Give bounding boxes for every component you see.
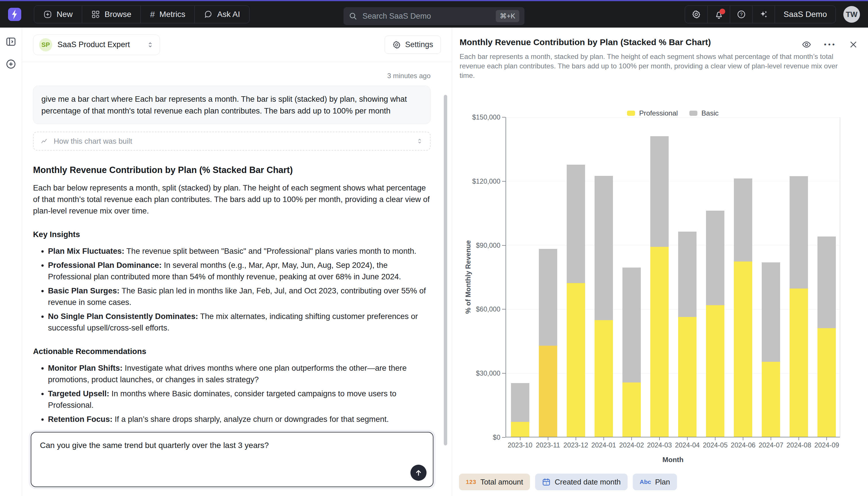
ai-sparkles-button[interactable] (752, 6, 775, 23)
field-tags: 123Total amount1Created date monthAbcPla… (459, 474, 677, 490)
article-intro: Each bar below represents a month, split… (33, 182, 431, 217)
bar-segment-professional-2024-07[interactable] (762, 362, 780, 437)
legend-item-professional[interactable]: Professional (627, 109, 678, 117)
tag-total-amount[interactable]: 123Total amount (459, 474, 530, 490)
bar-segment-professional-2023-10[interactable] (511, 422, 529, 437)
gridline (506, 117, 840, 118)
tag-label: Created date month (554, 478, 621, 486)
recommendation-item-lead: Retention Focus: (48, 415, 113, 423)
how-chart-built-label: How this chart was built (54, 137, 132, 146)
global-search-input[interactable]: Search SaaS Demo ⌘+K (343, 7, 525, 25)
bar-segment-professional-2024-06[interactable] (734, 262, 752, 437)
bar-segment-basic-2024-04[interactable] (678, 232, 696, 317)
legend-item-basic[interactable]: Basic (689, 109, 719, 117)
recommendation-item: Monitor Plan Shifts: Investigate what dr… (48, 362, 431, 385)
y-tick (502, 309, 505, 310)
bar-segment-basic-2024-08[interactable] (790, 176, 808, 289)
bar-segment-basic-2024-09[interactable] (817, 236, 836, 328)
x-tick (687, 437, 688, 440)
search-placeholder: Search SaaS Demo (363, 12, 491, 21)
notifications-button[interactable] (707, 6, 730, 23)
chat-scroll-area[interactable]: 3 minutes ago give me a bar chart where … (22, 72, 452, 455)
agent-selector[interactable]: SP SaaS Product Expert (33, 34, 160, 55)
bar-segment-professional-2024-02[interactable] (623, 383, 641, 437)
top-nav-right: ? SaaS Demo TW (685, 5, 860, 23)
legend-label: Basic (702, 109, 719, 117)
app-logo[interactable] (8, 8, 21, 21)
help-button[interactable]: ? (730, 6, 752, 23)
preview-eye-button[interactable] (802, 40, 811, 49)
bar-segment-professional-2023-11[interactable] (539, 346, 557, 437)
tag-label: Total amount (480, 478, 523, 486)
x-tick (826, 437, 827, 440)
x-tick (715, 437, 716, 440)
workspace-button[interactable]: SaaS Demo (775, 6, 836, 23)
agent-name: SaaS Product Expert (58, 40, 130, 49)
chevron-updown-icon (416, 138, 423, 144)
legend-swatch (689, 111, 697, 116)
y-tick-label: $0 (449, 434, 500, 441)
legend-label: Professional (639, 109, 678, 117)
new-thread-button[interactable] (5, 59, 16, 69)
tag-plan[interactable]: AbcPlan (633, 474, 677, 490)
how-chart-built-collapsible[interactable]: How this chart was built (33, 131, 431, 151)
x-tick (799, 437, 799, 440)
toggle-sidebar-button[interactable] (5, 36, 16, 47)
chevron-updown-icon (146, 41, 154, 49)
bar-segment-basic-2024-06[interactable] (734, 179, 752, 262)
bar-segment-professional-2024-04[interactable] (678, 317, 696, 437)
y-tick-label: $150,000 (449, 113, 500, 121)
browse-button-label: Browse (105, 10, 131, 19)
chat-input-value[interactable]: Can you give the same trend but quarterl… (40, 440, 424, 451)
settings-gear-button[interactable] (685, 6, 707, 23)
top-nav: New Browse # Metrics Ask AI Search SaaS … (0, 0, 868, 28)
bar-segment-basic-2023-11[interactable] (539, 249, 557, 346)
bar-segment-basic-2024-05[interactable] (706, 211, 724, 305)
article-title: Monthly Revenue Contribution by Plan (% … (33, 165, 431, 175)
y-tick-label: $30,000 (449, 370, 500, 377)
left-rail (0, 28, 22, 496)
tag-created-date-month[interactable]: 1Created date month (535, 474, 628, 490)
recommendation-item-lead: Monitor Plan Shifts: (48, 363, 123, 372)
grid-icon (91, 10, 100, 19)
bar-segment-basic-2024-02[interactable] (623, 267, 641, 383)
y-tick-label: $90,000 (449, 242, 500, 249)
bar-segment-professional-2024-01[interactable] (595, 320, 613, 437)
bar-segment-professional-2023-12[interactable] (567, 283, 585, 437)
chat-scrollbar[interactable] (444, 95, 447, 446)
browse-button[interactable]: Browse (82, 6, 141, 23)
ask-ai-button[interactable]: Ask AI (194, 6, 249, 23)
chat-panel: SP SaaS Product Expert Settings 3 minute… (22, 28, 452, 496)
chat-input[interactable]: Can you give the same trend but quarterl… (31, 432, 433, 487)
user-avatar[interactable]: TW (843, 6, 860, 23)
chat-sparkle-icon (204, 10, 212, 19)
close-panel-button[interactable] (849, 40, 858, 49)
gear-icon (692, 10, 701, 19)
chat-header: SP SaaS Product Expert Settings (22, 28, 452, 62)
primary-nav: New Browse # Metrics Ask AI (34, 5, 250, 23)
agent-settings-button[interactable]: Settings (385, 36, 441, 54)
user-message: give me a bar chart where Each bar repre… (33, 86, 431, 124)
bar-segment-professional-2024-05[interactable] (706, 305, 724, 437)
bar-segment-professional-2024-03[interactable] (650, 247, 669, 437)
bar-segment-basic-2023-10[interactable] (511, 383, 529, 422)
insight-item: No Single Plan Consistently Dominates: T… (48, 311, 431, 334)
arrow-up-icon (414, 468, 423, 477)
chart-plot: % of Monthly Revenue Month $0$30,000$60,… (505, 117, 840, 437)
x-tick (548, 437, 548, 440)
bar-segment-professional-2024-09[interactable] (817, 328, 836, 437)
send-button[interactable] (411, 465, 427, 481)
bar-segment-professional-2024-08[interactable] (790, 289, 808, 437)
sparkles-icon (759, 10, 768, 19)
insight-item-lead: No Single Plan Consistently Dominates: (48, 312, 198, 321)
bar-segment-basic-2024-07[interactable] (762, 262, 780, 362)
y-axis-title: % of Monthly Revenue (464, 240, 472, 314)
bar-segment-basic-2023-12[interactable] (567, 165, 585, 283)
new-button[interactable]: New (34, 6, 82, 23)
bar-segment-basic-2024-01[interactable] (595, 176, 613, 320)
metrics-button[interactable]: # Metrics (141, 6, 194, 23)
recommendations-heading: Actionable Recommendations (33, 347, 431, 356)
lightning-bolt-icon (11, 10, 18, 19)
bar-segment-basic-2024-03[interactable] (650, 136, 669, 247)
more-options-button[interactable]: ••• (824, 41, 836, 48)
